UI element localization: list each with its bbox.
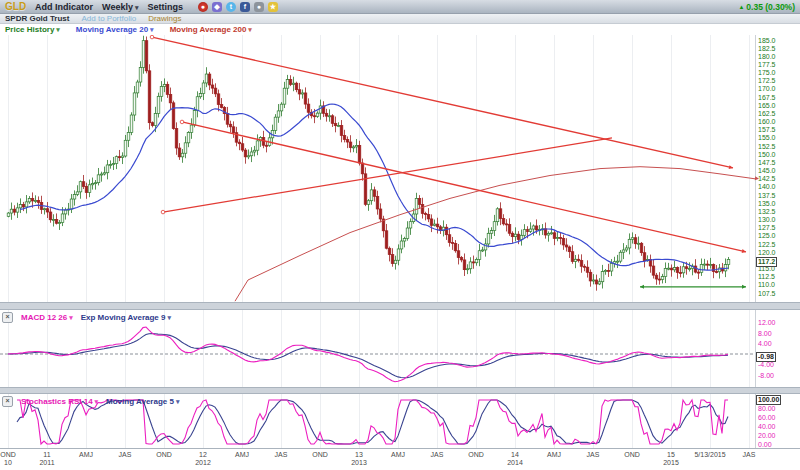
svg-text:JAS: JAS	[119, 451, 132, 458]
period-select[interactable]: Weekly	[102, 2, 138, 12]
svg-text:12.00: 12.00	[758, 319, 776, 326]
close-macd-panel-button[interactable]: ×	[2, 312, 13, 323]
svg-text:147.5: 147.5	[758, 159, 776, 166]
drawings-menu[interactable]: Drawings	[148, 14, 181, 23]
svg-text:0.00: 0.00	[758, 441, 772, 448]
svg-text:JAS: JAS	[587, 451, 600, 458]
svg-text:14: 14	[511, 451, 519, 458]
svg-text:132.5: 132.5	[758, 208, 776, 215]
symbol-label: GLD	[5, 1, 26, 12]
svg-text:OND: OND	[0, 451, 16, 458]
svg-text:OND: OND	[624, 451, 640, 458]
symbol-subbar: SPDR Gold Trust Add to Portfolio Drawing…	[0, 14, 800, 24]
top-toolbar: GLD Add Indicator Weekly Settings ● ◆ t …	[0, 0, 800, 14]
gridlines	[9, 33, 756, 448]
candles-layer	[7, 36, 730, 291]
stoch-value-box: 100.00	[756, 395, 781, 405]
svg-text:112.5: 112.5	[758, 273, 775, 280]
svg-text:110.0: 110.0	[758, 281, 775, 288]
time-axis-labels: OND10112011AMJJASOND122012AMJJASOND13201…	[0, 451, 756, 466]
price-history-select[interactable]: Price History	[5, 25, 60, 34]
svg-text:-4.00: -4.00	[758, 361, 774, 368]
svg-text:AMJ: AMJ	[235, 451, 249, 458]
stoch-signal-select[interactable]: Moving Average 5	[106, 397, 179, 406]
svg-text:165.0: 165.0	[758, 102, 776, 109]
svg-text:172.5: 172.5	[758, 77, 776, 84]
svg-text:40.00: 40.00	[758, 423, 776, 430]
toolbar-icons: ● ◆ t f ● ★	[198, 2, 278, 12]
stoch-panel-header: × Stochastics RSI 14 Moving Average 5	[2, 396, 179, 407]
svg-text:137.5: 137.5	[758, 192, 776, 199]
svg-text:13: 13	[355, 451, 363, 458]
svg-text:135.0: 135.0	[758, 200, 776, 207]
drawings-layer	[150, 35, 746, 289]
quote-change: ▲ 0.35 (0.30%)	[738, 2, 795, 12]
settings-button[interactable]: Settings	[147, 2, 183, 12]
svg-text:4.00: 4.00	[758, 340, 772, 347]
svg-text:12: 12	[199, 451, 207, 458]
svg-text:OND: OND	[468, 451, 484, 458]
premium-icon[interactable]: ★	[268, 2, 278, 12]
macd-signal-select[interactable]: Exp Moving Average 9	[81, 313, 171, 322]
last-price-box: 117.2	[756, 257, 777, 267]
stoch-indicator-select[interactable]: Stochastics RSI 14	[21, 397, 98, 406]
period-label: Weekly	[102, 2, 133, 12]
ma20-select[interactable]: Moving Average 20	[76, 25, 154, 34]
close-stoch-panel-button[interactable]: ×	[2, 396, 13, 407]
svg-text:2014: 2014	[507, 459, 523, 466]
svg-text:5/13/2015: 5/13/2015	[694, 451, 725, 458]
svg-text:JAS: JAS	[743, 451, 756, 458]
macd-axis-labels: 12.008.004.00-4.00-8.00	[758, 319, 776, 379]
svg-text:OND: OND	[156, 451, 172, 458]
macd-signal-line	[8, 334, 728, 378]
svg-text:142.5: 142.5	[758, 175, 776, 182]
svg-text:150.0: 150.0	[758, 151, 776, 158]
svg-text:AMJ: AMJ	[391, 451, 405, 458]
svg-text:AMJ: AMJ	[79, 451, 93, 458]
svg-text:107.5: 107.5	[758, 290, 776, 297]
svg-text:145.0: 145.0	[758, 167, 776, 174]
macd-value-box: -0.98	[756, 352, 776, 362]
svg-text:60.00: 60.00	[758, 414, 776, 421]
svg-text:80.00: 80.00	[758, 405, 776, 412]
add-indicator-button[interactable]: Add Indicator	[35, 2, 93, 12]
facebook-icon[interactable]: f	[240, 2, 250, 12]
ma200-select[interactable]: Moving Average 200	[170, 25, 252, 34]
svg-text:175.0: 175.0	[758, 69, 776, 76]
svg-text:10: 10	[4, 459, 12, 466]
svg-text:122.5: 122.5	[758, 241, 776, 248]
svg-text:155.0: 155.0	[758, 134, 776, 141]
svg-text:140.0: 140.0	[758, 183, 776, 190]
svg-text:177.5: 177.5	[758, 61, 776, 68]
svg-text:2011: 2011	[39, 459, 54, 466]
cube-icon[interactable]: ◆	[212, 2, 222, 12]
svg-text:15: 15	[667, 451, 675, 458]
svg-text:152.5: 152.5	[758, 143, 776, 150]
svg-text:157.5: 157.5	[758, 126, 776, 133]
price-panel-legend: Price History Moving Average 20 Moving A…	[0, 24, 800, 35]
svg-text:180.0: 180.0	[758, 53, 776, 60]
svg-text:2015: 2015	[663, 459, 679, 466]
svg-text:OND: OND	[312, 451, 328, 458]
svg-text:162.5: 162.5	[758, 110, 776, 117]
ma20-line	[20, 104, 728, 270]
svg-text:170.0: 170.0	[758, 85, 776, 92]
svg-text:160.0: 160.0	[758, 118, 776, 125]
svg-text:130.0: 130.0	[758, 216, 776, 223]
svg-text:JAS: JAS	[431, 451, 444, 458]
svg-text:185.0: 185.0	[758, 37, 776, 44]
fund-name: SPDR Gold Trust	[5, 14, 69, 23]
svg-text:2013: 2013	[351, 459, 367, 466]
svg-text:125.0: 125.0	[758, 232, 776, 239]
svg-text:JAS: JAS	[275, 451, 288, 458]
target-icon[interactable]: ●	[198, 2, 208, 12]
svg-text:AMJ: AMJ	[547, 451, 561, 458]
camera-icon[interactable]: ●	[254, 2, 264, 12]
svg-text:2012: 2012	[195, 459, 211, 466]
add-to-portfolio-link[interactable]: Add to Portfolio	[81, 14, 136, 23]
twitter-icon[interactable]: t	[226, 2, 236, 12]
svg-text:-8.00: -8.00	[758, 372, 774, 379]
svg-text:20.00: 20.00	[758, 432, 776, 439]
macd-indicator-select[interactable]: MACD 12 26	[21, 313, 73, 322]
svg-text:182.5: 182.5	[758, 45, 776, 52]
